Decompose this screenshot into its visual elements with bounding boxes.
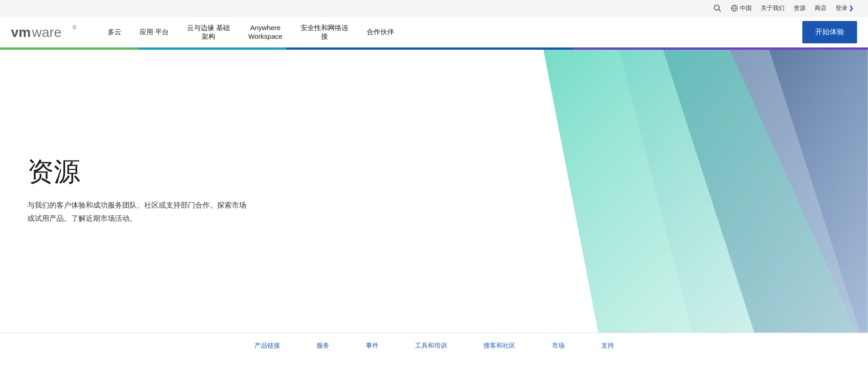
hero-description: 与我们的客户体验和成功服务团队、社区或支持部门合作。探索市场或试用产品。了解近期… — [27, 199, 246, 225]
tab-marketplace[interactable]: 市场 — [534, 333, 583, 360]
nav-item-security-network[interactable]: 安全性和网络连接 — [291, 16, 358, 47]
tab-product-links[interactable]: 产品链接 — [236, 333, 298, 360]
start-experience-button[interactable]: 开始体验 — [802, 21, 857, 43]
search-button[interactable] — [713, 4, 722, 12]
tab-blog-community[interactable]: 搜客和社区 — [465, 333, 534, 360]
nav-item-cloud-edge[interactable]: 云与边缘 基础架构 — [178, 16, 239, 47]
bottom-tabs: 产品链接 服务 事件 工具和培训 搜客和社区 市场 支持 — [0, 333, 868, 360]
vmware-logo[interactable]: vm ware ® — [11, 22, 84, 42]
region-label: 中国 — [740, 4, 752, 12]
svg-text:®: ® — [73, 25, 77, 31]
tab-tools-training[interactable]: 工具和培训 — [397, 333, 465, 360]
globe-icon — [731, 5, 738, 12]
nav-items: 多云 应用 平台 云与边缘 基础架构 AnywhereWorkspace 安全性… — [99, 16, 802, 47]
nav-item-anywhere-workspace[interactable]: AnywhereWorkspace — [239, 16, 291, 47]
svg-text:vm: vm — [11, 25, 31, 40]
chevron-right-icon: ❯ — [849, 5, 853, 11]
resources-link[interactable]: 资源 — [794, 4, 806, 12]
top-utility-bar: 中国 关于我们 资源 商店 登录 ❯ — [0, 0, 868, 16]
vmware-logo-svg: vm ware ® — [11, 22, 84, 42]
hero-decoration — [390, 50, 868, 333]
nav-item-partners[interactable]: 合作伙伴 — [358, 16, 403, 47]
tab-events[interactable]: 事件 — [348, 333, 397, 360]
svg-line-1 — [719, 9, 721, 11]
hero-title: 资源 — [27, 157, 246, 186]
nav-item-multicloud[interactable]: 多云 — [99, 16, 130, 47]
svg-text:ware: ware — [31, 25, 62, 40]
tab-support[interactable]: 支持 — [583, 333, 632, 360]
region-selector[interactable]: 中国 — [731, 4, 752, 12]
hero-content: 资源 与我们的客户体验和成功服务团队、社区或支持部门合作。探索市场或试用产品。了… — [0, 120, 274, 261]
tab-services[interactable]: 服务 — [298, 333, 348, 360]
search-icon — [713, 4, 722, 12]
main-nav: vm ware ® 多云 应用 平台 云与边缘 基础架构 AnywhereWor… — [0, 16, 868, 47]
store-link[interactable]: 商店 — [815, 4, 826, 12]
hero-section: 资源 与我们的客户体验和成功服务团队、社区或支持部门合作。探索市场或试用产品。了… — [0, 50, 868, 333]
about-link[interactable]: 关于我们 — [761, 4, 785, 12]
nav-item-app-platform[interactable]: 应用 平台 — [130, 16, 178, 47]
login-button[interactable]: 登录 ❯ — [836, 4, 853, 12]
